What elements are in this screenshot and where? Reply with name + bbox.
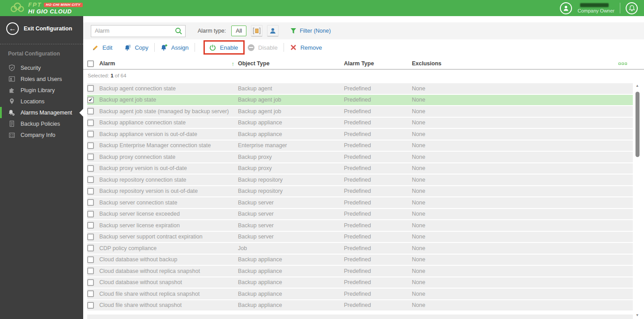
sidebar-item-label: Security <box>21 65 41 71</box>
object-type: Backup server <box>238 211 344 217</box>
sidebar-item-alarms-management[interactable]: Alarms Management <box>0 107 83 118</box>
table-row[interactable]: Cloud database without snapshotBackup ap… <box>87 277 633 288</box>
row-checkbox[interactable] <box>87 268 94 274</box>
table-row[interactable]: Cloud file share without snapshotBackup … <box>87 300 633 311</box>
row-checkbox[interactable] <box>87 256 94 263</box>
table-row[interactable]: Backup repository version is out-of-date… <box>87 186 633 197</box>
column-header-object-type[interactable]: Object Type <box>238 60 344 67</box>
edit-button[interactable]: Edit <box>92 44 112 51</box>
exclusions: None <box>412 268 633 274</box>
sidebar-item-locations[interactable]: Locations <box>0 96 83 107</box>
table-row[interactable]: Backup appliance connection stateBackup … <box>87 118 633 128</box>
search-icon[interactable] <box>175 27 182 37</box>
table-row[interactable]: Backup agent job state (managed by backu… <box>87 106 633 117</box>
table-row[interactable]: CDP policy complianceJobPredefinedNone <box>87 243 633 254</box>
table-row[interactable]: Cloud database without replica snapshotB… <box>87 266 633 276</box>
exclusions: None <box>412 222 633 229</box>
column-header-alarm-type[interactable]: Alarm Type <box>344 60 412 67</box>
column-chooser-icon[interactable] <box>619 63 627 65</box>
alarm-name: Backup repository version is out-of-date <box>99 188 238 194</box>
table-row[interactable]: Backup proxy connection stateBackup prox… <box>87 152 633 162</box>
select-all-checkbox[interactable] <box>87 60 94 67</box>
enable-button[interactable]: Enable <box>209 44 238 51</box>
table-row[interactable]: ✔Backup agent job stateBackup agent jobP… <box>87 95 633 106</box>
column-header-alarm[interactable]: Alarm <box>99 60 115 67</box>
table-row[interactable]: Backup Enterprise Manager connection sta… <box>87 140 633 151</box>
row-checkbox[interactable] <box>87 153 94 160</box>
row-checkbox[interactable] <box>87 85 94 92</box>
annotation-highlight-box: Enable <box>203 40 245 55</box>
search-box <box>91 25 186 37</box>
table-header: Alarm ↑ Object Type Alarm Type Exclusion… <box>83 58 644 70</box>
sidebar-item-plugin-library[interactable]: Plugin Library <box>0 85 83 96</box>
row-checkbox[interactable] <box>87 188 94 195</box>
table-row[interactable]: Backup appliance version is out-of-dateB… <box>87 129 633 140</box>
sidebar-item-label: Plugin Library <box>21 87 55 94</box>
row-checkbox[interactable] <box>87 279 94 286</box>
alarm-type: Predefined <box>344 222 412 229</box>
sort-ascending-icon[interactable]: ↑ <box>232 60 235 67</box>
sidebar-item-roles-and-users[interactable]: Roles and Users <box>0 73 83 85</box>
shield-icon <box>8 64 15 72</box>
column-header-exclusions[interactable]: Exclusions <box>412 60 441 67</box>
scroll-down-icon[interactable]: ▼ <box>634 313 641 317</box>
table-row[interactable]: Backup server license expirationBackup s… <box>87 220 633 231</box>
user-info[interactable]: Company Owner <box>577 3 614 13</box>
alarm-type-all-button[interactable]: All <box>231 26 246 36</box>
table-row[interactable]: Backup agent connection stateBackup agen… <box>87 83 633 94</box>
row-checkbox[interactable]: ✔ <box>87 97 94 103</box>
object-type: Backup appliance <box>238 119 344 126</box>
sidebar-item-security[interactable]: Security <box>0 62 83 73</box>
row-checkbox[interactable] <box>87 290 94 297</box>
vertical-scrollbar[interactable]: ▲ ▼ <box>634 82 641 319</box>
row-checkbox[interactable] <box>87 142 94 149</box>
table-row[interactable]: Cloud database without backupBackup appl… <box>87 255 633 265</box>
row-checkbox[interactable] <box>87 165 94 172</box>
alarm-type-predefined-button[interactable] <box>251 25 263 37</box>
alarm-name: Backup appliance connection state <box>99 119 238 126</box>
row-checkbox[interactable] <box>87 245 94 251</box>
table-row[interactable]: Backup server connection stateBackup ser… <box>87 197 633 208</box>
sidebar-item-company-info[interactable]: Company Info <box>0 129 83 140</box>
alarm-type-user-defined-button[interactable] <box>267 25 279 37</box>
table-row[interactable]: Backup repository connection stateBackup… <box>87 174 633 185</box>
table-row[interactable]: Cloud file share without replica snapsho… <box>87 289 633 299</box>
user-avatar[interactable] <box>560 2 572 14</box>
exclusions: None <box>412 142 633 149</box>
table-row[interactable]: Backup server support contract expiratio… <box>87 232 633 242</box>
row-checkbox[interactable] <box>87 302 94 309</box>
notifications-button[interactable] <box>626 2 638 14</box>
assign-button[interactable]: Assign <box>161 44 189 51</box>
row-checkbox[interactable] <box>87 131 94 137</box>
object-type: Backup agent job <box>238 97 344 103</box>
exclusions: None <box>412 131 633 137</box>
remove-button[interactable]: Remove <box>290 44 322 51</box>
row-checkbox[interactable] <box>87 176 94 183</box>
scroll-up-icon[interactable]: ▲ <box>634 84 641 88</box>
search-input[interactable] <box>91 25 186 37</box>
predefined-alarm-icon <box>253 27 261 34</box>
filter-button[interactable]: Filter (None) <box>290 28 330 34</box>
filter-funnel-icon <box>290 28 297 34</box>
alarm-type: Predefined <box>344 256 412 263</box>
row-checkbox[interactable] <box>87 108 94 115</box>
exit-configuration-button[interactable]: ← Exit Configuration <box>0 16 83 40</box>
search-toolbar: Alarm type: All Filter (None) <box>83 22 644 39</box>
sidebar-item-backup-policies[interactable]: Backup Policies <box>0 118 83 129</box>
scrollbar-thumb[interactable] <box>636 92 640 157</box>
table-row[interactable]: Backup server license exceededBackup ser… <box>87 209 633 220</box>
alarm-type: Predefined <box>344 119 412 126</box>
row-checkbox[interactable] <box>87 222 94 229</box>
remove-x-icon <box>290 44 297 51</box>
row-checkbox[interactable] <box>87 199 94 206</box>
disable-button[interactable]: Disable <box>247 44 277 51</box>
object-type: Backup appliance <box>238 131 344 137</box>
person-icon <box>563 5 569 12</box>
row-checkbox[interactable] <box>87 234 94 240</box>
row-checkbox[interactable] <box>87 211 94 217</box>
object-type: Backup appliance <box>238 256 344 263</box>
copy-button[interactable]: Copy <box>124 44 148 51</box>
table-row[interactable]: Backup proxy version is out-of-dateBacku… <box>87 163 633 174</box>
alarm-name: Backup Enterprise Manager connection sta… <box>99 142 238 149</box>
row-checkbox[interactable] <box>87 119 94 126</box>
